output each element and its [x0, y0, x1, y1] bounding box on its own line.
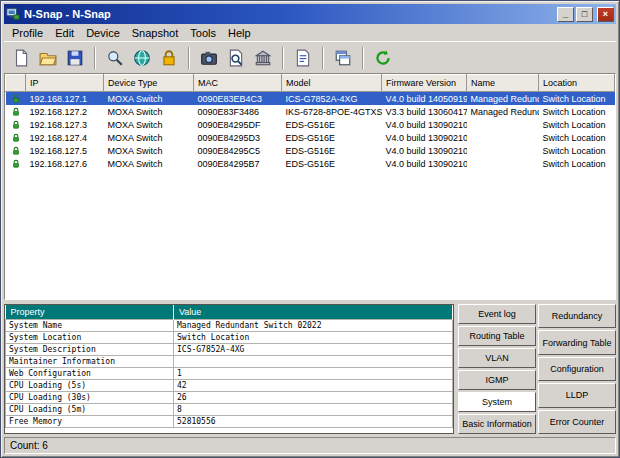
column-header-location[interactable]: Location [539, 75, 615, 92]
device-cell: 192.168.127.6 [26, 157, 104, 170]
device-cell [467, 144, 539, 157]
menu-device[interactable]: Device [80, 26, 126, 40]
open-profile-button[interactable] [35, 45, 61, 71]
compare-snapshot-button[interactable] [250, 45, 276, 71]
device-row[interactable]: 192.168.127.5MOXA Switch0090E84295C5EDS-… [6, 144, 615, 157]
property-row: CPU Loading (5m)8 [6, 403, 453, 415]
group-view-icon [334, 49, 352, 67]
refresh-icon [374, 49, 392, 67]
device-cell: Managed Redund... [467, 105, 539, 118]
column-header-name[interactable]: Name [467, 75, 539, 92]
device-cell: 0090E83EB4C3 [194, 92, 282, 106]
column-header-device-type[interactable]: Device Type [104, 75, 194, 92]
property-row: System DescriptionICS-G7852A-4XG [6, 343, 453, 355]
close-button[interactable]: × [597, 7, 614, 22]
view-snapshot-icon [227, 49, 245, 67]
info-button-forwarding-table[interactable]: Forwarding Table [538, 330, 616, 354]
refresh-button[interactable] [370, 45, 396, 71]
open-profile-icon [39, 49, 57, 67]
close-icon: × [603, 9, 608, 19]
menu-edit[interactable]: Edit [49, 26, 80, 40]
title-bar: N-Snap - N-Snap _□× [4, 4, 616, 24]
device-cell: 0090E84295B7 [194, 157, 282, 170]
property-value [174, 355, 453, 367]
info-button-vlan[interactable]: VLAN [458, 348, 536, 368]
device-row[interactable]: 192.168.127.4MOXA Switch0090E84295D3EDS-… [6, 131, 615, 144]
menu-profile[interactable]: Profile [6, 26, 49, 40]
property-value: 26 [174, 391, 453, 403]
snapshot-camera-icon [200, 49, 218, 67]
device-cell: EDS-G516E [282, 144, 382, 157]
device-cell: EDS-G516E [282, 118, 382, 131]
device-cell [467, 118, 539, 131]
property-value: Switch Location [174, 331, 453, 343]
info-button-event-log[interactable]: Event log [458, 304, 536, 324]
report-button[interactable] [290, 45, 316, 71]
new-profile-button[interactable] [8, 45, 34, 71]
property-table-body: System NameManaged Redundant Switch 0202… [6, 319, 453, 427]
menu-snapshot[interactable]: Snapshot [126, 26, 184, 40]
column-header-model[interactable]: Model [282, 75, 382, 92]
lock-icon [6, 105, 26, 118]
toolbar-separator [188, 47, 190, 69]
device-cell: V4.0 build 14050919 [382, 92, 467, 106]
property-row: System LocationSwitch Location [6, 331, 453, 343]
device-cell: IKS-6728-8POE-4GTXSFP-T [282, 105, 382, 118]
security-lock-button[interactable] [156, 45, 182, 71]
device-cell: 192.168.127.4 [26, 131, 104, 144]
column-header-ip[interactable]: IP [26, 75, 104, 92]
group-view-button[interactable] [330, 45, 356, 71]
device-table-body: 192.168.127.1MOXA Switch0090E83EB4C3ICS-… [6, 92, 615, 171]
device-cell: 192.168.127.3 [26, 118, 104, 131]
info-button-igmp[interactable]: IGMP [458, 370, 536, 390]
column-header-mac[interactable]: MAC [194, 75, 282, 92]
device-row[interactable]: 192.168.127.1MOXA Switch0090E83EB4C3ICS-… [6, 92, 615, 106]
device-cell: Switch Location [539, 92, 615, 106]
device-cell: 192.168.127.2 [26, 105, 104, 118]
device-cell: Switch Location [539, 144, 615, 157]
web-console-button[interactable] [129, 45, 155, 71]
device-cell: 192.168.127.1 [26, 92, 104, 106]
column-header-firmware-version[interactable]: Firmware Version [382, 75, 467, 92]
maximize-button[interactable]: □ [576, 7, 593, 22]
device-cell: MOXA Switch [104, 92, 194, 106]
device-cell [467, 131, 539, 144]
device-cell: EDS-G516E [282, 131, 382, 144]
info-button-configuration[interactable]: Configuration [538, 357, 616, 381]
menu-help[interactable]: Help [222, 26, 257, 40]
device-cell: Switch Location [539, 118, 615, 131]
minimize-button[interactable]: _ [557, 7, 574, 22]
device-cell: MOXA Switch [104, 131, 194, 144]
device-cell: 0090E84295DF [194, 118, 282, 131]
report-icon [294, 49, 312, 67]
property-name: Web Configuration [6, 367, 174, 379]
device-cell: Switch Location [539, 131, 615, 144]
info-button-redundancy[interactable]: Redundancy [538, 304, 616, 328]
info-button-lldp[interactable]: LLDP [538, 383, 616, 407]
device-row[interactable]: 192.168.127.3MOXA Switch0090E84295DFEDS-… [6, 118, 615, 131]
info-button-basic-information[interactable]: Basic Information [458, 414, 536, 434]
window-controls: _□× [557, 7, 614, 22]
property-value: ICS-G7852A-4XG [174, 343, 453, 355]
device-table-header-row: IPDevice TypeMACModelFirmware VersionNam… [6, 75, 615, 92]
property-value: 8 [174, 403, 453, 415]
device-row[interactable]: 192.168.127.2MOXA Switch0090E83F3486IKS-… [6, 105, 615, 118]
property-column-header-value: Value [174, 305, 453, 319]
search-device-button[interactable] [102, 45, 128, 71]
info-button-panel: Event logRouting TableVLANIGMPSystemBasi… [458, 304, 616, 434]
info-button-routing-table[interactable]: Routing Table [458, 326, 536, 346]
info-button-system[interactable]: System [458, 392, 536, 412]
save-profile-button[interactable] [62, 45, 88, 71]
device-cell: MOXA Switch [104, 105, 194, 118]
device-cell: 0090E84295D3 [194, 131, 282, 144]
menu-tools[interactable]: Tools [184, 26, 222, 40]
info-button-error-counter[interactable]: Error Counter [538, 410, 616, 434]
maximize-icon: □ [582, 9, 587, 19]
save-profile-icon [66, 49, 84, 67]
toolbar-separator [362, 47, 364, 69]
device-row[interactable]: 192.168.127.6MOXA Switch0090E84295B7EDS-… [6, 157, 615, 170]
view-snapshot-button[interactable] [223, 45, 249, 71]
property-row: CPU Loading (30s)26 [6, 391, 453, 403]
snapshot-camera-button[interactable] [196, 45, 222, 71]
toolbar-separator [94, 47, 96, 69]
